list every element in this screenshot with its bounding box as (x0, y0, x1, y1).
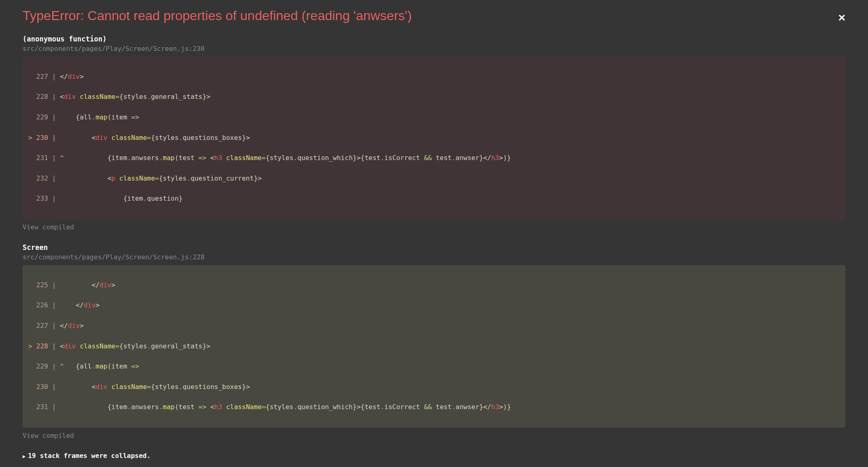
view-compiled-link[interactable]: View compiled (23, 432, 845, 440)
code-block: 227 | </</div>div> 228 | <div className=… (23, 57, 845, 219)
close-button[interactable]: × (838, 11, 845, 25)
stack-frame: (anonymous function) src/components/page… (23, 35, 845, 231)
frame-function-name: Screen (23, 243, 845, 252)
collapsed-frames-toggle[interactable]: ▶19 stack frames were collapsed. (23, 452, 845, 460)
collapsed-frames-text: 19 stack frames were collapsed. (28, 452, 151, 460)
expand-arrow-icon: ▶ (23, 453, 25, 459)
frame-location[interactable]: src/components/pages/Play/Screen/Screen.… (23, 253, 845, 261)
frame-function-name: (anonymous function) (23, 35, 845, 43)
frame-location[interactable]: src/components/pages/Play/Screen/Screen.… (23, 45, 845, 53)
code-block: 225 | </div> 226 | </div> 227 | </div> >… (23, 265, 845, 428)
error-overlay: × TypeError: Cannot read properties of u… (0, 8, 868, 467)
view-compiled-link[interactable]: View compiled (23, 223, 845, 231)
stack-frame: Screen src/components/pages/Play/Screen/… (23, 243, 845, 440)
error-title: TypeError: Cannot read properties of und… (23, 8, 845, 23)
